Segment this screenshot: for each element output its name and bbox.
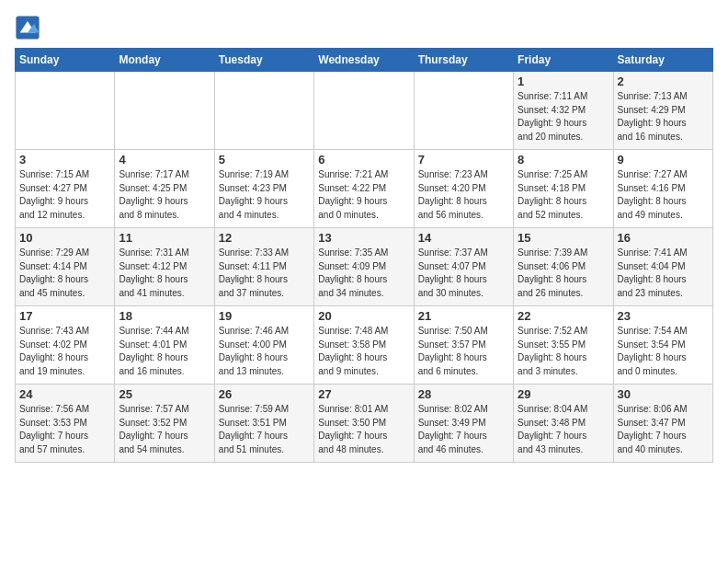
day-info: Sunrise: 7:50 AM Sunset: 3:57 PM Dayligh… xyxy=(418,325,509,378)
day-number: 30 xyxy=(618,387,709,401)
day-info: Sunrise: 7:17 AM Sunset: 4:25 PM Dayligh… xyxy=(119,168,210,222)
day-number: 21 xyxy=(418,309,509,323)
day-number: 19 xyxy=(219,309,310,323)
day-number: 6 xyxy=(318,153,409,167)
calendar-cell: 14Sunrise: 7:37 AM Sunset: 4:07 PM Dayli… xyxy=(414,228,513,306)
day-number: 17 xyxy=(19,309,110,323)
day-number: 11 xyxy=(119,231,210,245)
day-number: 28 xyxy=(418,387,509,401)
day-number: 13 xyxy=(318,231,409,245)
calendar-header-sunday: Sunday xyxy=(16,49,115,72)
day-info: Sunrise: 7:48 AM Sunset: 3:58 PM Dayligh… xyxy=(318,325,409,378)
day-info: Sunrise: 7:46 AM Sunset: 4:00 PM Dayligh… xyxy=(219,325,310,378)
day-number: 22 xyxy=(518,309,609,323)
day-info: Sunrise: 7:52 AM Sunset: 3:55 PM Dayligh… xyxy=(518,325,609,378)
day-info: Sunrise: 7:41 AM Sunset: 4:04 PM Dayligh… xyxy=(618,247,709,300)
calendar-cell: 13Sunrise: 7:35 AM Sunset: 4:09 PM Dayli… xyxy=(314,228,414,306)
calendar-cell xyxy=(16,72,115,150)
day-number: 14 xyxy=(418,231,509,245)
day-info: Sunrise: 7:54 AM Sunset: 3:54 PM Dayligh… xyxy=(618,325,709,378)
day-number: 3 xyxy=(19,153,110,167)
calendar-cell: 12Sunrise: 7:33 AM Sunset: 4:11 PM Dayli… xyxy=(214,228,313,306)
calendar-header-tuesday: Tuesday xyxy=(214,49,313,72)
day-number: 20 xyxy=(318,309,409,323)
day-info: Sunrise: 7:27 AM Sunset: 4:16 PM Dayligh… xyxy=(618,168,709,222)
day-info: Sunrise: 8:06 AM Sunset: 3:47 PM Dayligh… xyxy=(618,403,709,456)
calendar-cell: 23Sunrise: 7:54 AM Sunset: 3:54 PM Dayli… xyxy=(613,306,712,385)
calendar-header-wednesday: Wednesday xyxy=(314,49,414,72)
day-number: 27 xyxy=(318,387,409,401)
day-number: 29 xyxy=(518,387,609,401)
day-info: Sunrise: 7:15 AM Sunset: 4:27 PM Dayligh… xyxy=(19,168,110,222)
day-number: 1 xyxy=(518,75,609,88)
day-info: Sunrise: 7:43 AM Sunset: 4:02 PM Dayligh… xyxy=(19,325,110,378)
calendar-cell: 8Sunrise: 7:25 AM Sunset: 4:18 PM Daylig… xyxy=(514,150,613,228)
calendar-week-3: 10Sunrise: 7:29 AM Sunset: 4:14 PM Dayli… xyxy=(16,228,713,306)
calendar-header-row: SundayMondayTuesdayWednesdayThursdayFrid… xyxy=(16,49,713,72)
day-number: 10 xyxy=(19,231,110,245)
calendar-cell: 1Sunrise: 7:11 AM Sunset: 4:32 PM Daylig… xyxy=(514,72,613,150)
calendar-cell: 2Sunrise: 7:13 AM Sunset: 4:29 PM Daylig… xyxy=(613,72,712,150)
calendar-cell: 15Sunrise: 7:39 AM Sunset: 4:06 PM Dayli… xyxy=(514,228,613,306)
day-number: 23 xyxy=(618,309,709,323)
calendar-week-4: 17Sunrise: 7:43 AM Sunset: 4:02 PM Dayli… xyxy=(16,306,713,385)
calendar-cell: 29Sunrise: 8:04 AM Sunset: 3:48 PM Dayli… xyxy=(514,385,613,463)
calendar-cell: 26Sunrise: 7:59 AM Sunset: 3:51 PM Dayli… xyxy=(214,385,313,463)
calendar-cell: 19Sunrise: 7:46 AM Sunset: 4:00 PM Dayli… xyxy=(214,306,313,385)
calendar-cell xyxy=(115,72,214,150)
logo xyxy=(15,15,44,40)
calendar-cell xyxy=(214,72,313,150)
day-info: Sunrise: 7:35 AM Sunset: 4:09 PM Dayligh… xyxy=(318,247,409,300)
calendar-cell: 30Sunrise: 8:06 AM Sunset: 3:47 PM Dayli… xyxy=(613,385,712,463)
calendar-table: SundayMondayTuesdayWednesdayThursdayFrid… xyxy=(15,48,713,463)
day-number: 16 xyxy=(618,231,709,245)
calendar-cell: 22Sunrise: 7:52 AM Sunset: 3:55 PM Dayli… xyxy=(514,306,613,385)
day-number: 12 xyxy=(219,231,310,245)
calendar-cell: 18Sunrise: 7:44 AM Sunset: 4:01 PM Dayli… xyxy=(115,306,214,385)
calendar-cell: 21Sunrise: 7:50 AM Sunset: 3:57 PM Dayli… xyxy=(414,306,513,385)
day-number: 2 xyxy=(618,75,709,88)
day-number: 4 xyxy=(119,153,210,167)
calendar-cell: 10Sunrise: 7:29 AM Sunset: 4:14 PM Dayli… xyxy=(16,228,115,306)
day-info: Sunrise: 7:11 AM Sunset: 4:32 PM Dayligh… xyxy=(518,90,609,144)
calendar-cell: 16Sunrise: 7:41 AM Sunset: 4:04 PM Dayli… xyxy=(613,228,712,306)
day-number: 18 xyxy=(119,309,210,323)
day-info: Sunrise: 7:13 AM Sunset: 4:29 PM Dayligh… xyxy=(618,90,709,144)
day-number: 5 xyxy=(219,153,310,167)
calendar-header-friday: Friday xyxy=(514,49,613,72)
day-info: Sunrise: 7:57 AM Sunset: 3:52 PM Dayligh… xyxy=(119,403,210,456)
calendar-cell xyxy=(414,72,513,150)
day-number: 8 xyxy=(518,153,609,167)
calendar-week-5: 24Sunrise: 7:56 AM Sunset: 3:53 PM Dayli… xyxy=(16,385,713,463)
calendar-header-saturday: Saturday xyxy=(613,49,712,72)
calendar-week-2: 3Sunrise: 7:15 AM Sunset: 4:27 PM Daylig… xyxy=(16,150,713,228)
calendar-cell: 25Sunrise: 7:57 AM Sunset: 3:52 PM Dayli… xyxy=(115,385,214,463)
day-info: Sunrise: 7:25 AM Sunset: 4:18 PM Dayligh… xyxy=(518,168,609,222)
day-info: Sunrise: 7:23 AM Sunset: 4:20 PM Dayligh… xyxy=(418,168,509,222)
day-info: Sunrise: 7:59 AM Sunset: 3:51 PM Dayligh… xyxy=(219,403,310,456)
day-number: 25 xyxy=(119,387,210,401)
day-number: 7 xyxy=(418,153,509,167)
day-info: Sunrise: 7:56 AM Sunset: 3:53 PM Dayligh… xyxy=(19,403,110,456)
calendar-week-1: 1Sunrise: 7:11 AM Sunset: 4:32 PM Daylig… xyxy=(16,72,713,150)
day-number: 9 xyxy=(618,153,709,167)
calendar-cell xyxy=(314,72,414,150)
calendar-cell: 5Sunrise: 7:19 AM Sunset: 4:23 PM Daylig… xyxy=(214,150,313,228)
calendar-cell: 4Sunrise: 7:17 AM Sunset: 4:25 PM Daylig… xyxy=(115,150,214,228)
day-info: Sunrise: 8:02 AM Sunset: 3:49 PM Dayligh… xyxy=(418,403,509,456)
calendar-cell: 17Sunrise: 7:43 AM Sunset: 4:02 PM Dayli… xyxy=(16,306,115,385)
calendar-header-monday: Monday xyxy=(115,49,214,72)
calendar-header-thursday: Thursday xyxy=(414,49,513,72)
day-number: 15 xyxy=(518,231,609,245)
calendar-cell: 11Sunrise: 7:31 AM Sunset: 4:12 PM Dayli… xyxy=(115,228,214,306)
calendar-cell: 24Sunrise: 7:56 AM Sunset: 3:53 PM Dayli… xyxy=(16,385,115,463)
day-number: 24 xyxy=(19,387,110,401)
day-info: Sunrise: 8:04 AM Sunset: 3:48 PM Dayligh… xyxy=(518,403,609,456)
day-info: Sunrise: 7:29 AM Sunset: 4:14 PM Dayligh… xyxy=(19,247,110,300)
calendar-cell: 3Sunrise: 7:15 AM Sunset: 4:27 PM Daylig… xyxy=(16,150,115,228)
calendar-cell: 9Sunrise: 7:27 AM Sunset: 4:16 PM Daylig… xyxy=(613,150,712,228)
day-info: Sunrise: 7:39 AM Sunset: 4:06 PM Dayligh… xyxy=(518,247,609,300)
calendar-cell: 28Sunrise: 8:02 AM Sunset: 3:49 PM Dayli… xyxy=(414,385,513,463)
calendar-cell: 7Sunrise: 7:23 AM Sunset: 4:20 PM Daylig… xyxy=(414,150,513,228)
day-info: Sunrise: 7:19 AM Sunset: 4:23 PM Dayligh… xyxy=(219,168,310,222)
